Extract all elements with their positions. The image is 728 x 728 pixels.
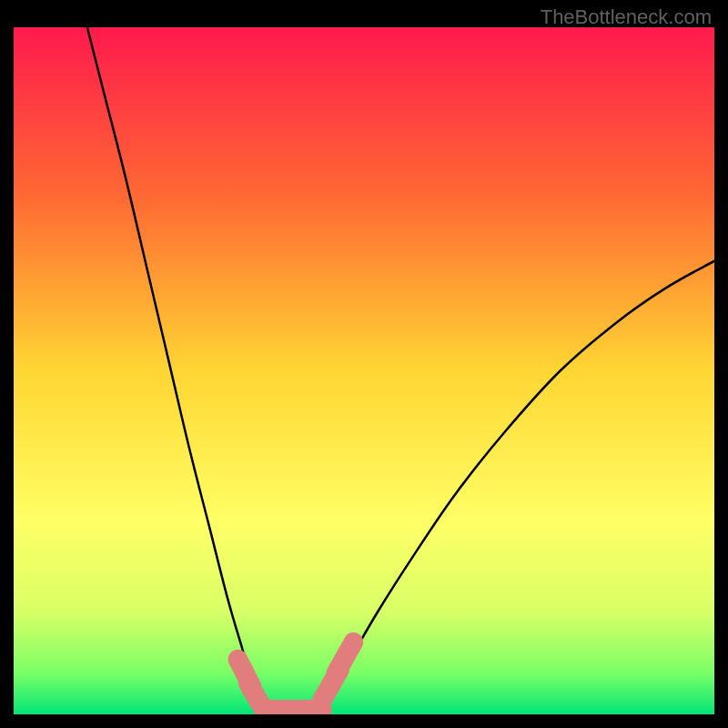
watermark-text: TheBottleneck.com — [541, 5, 712, 29]
chart-svg — [14, 27, 714, 714]
plot-frame — [14, 27, 714, 714]
marker-1 — [248, 683, 262, 707]
chart-background — [14, 27, 714, 714]
